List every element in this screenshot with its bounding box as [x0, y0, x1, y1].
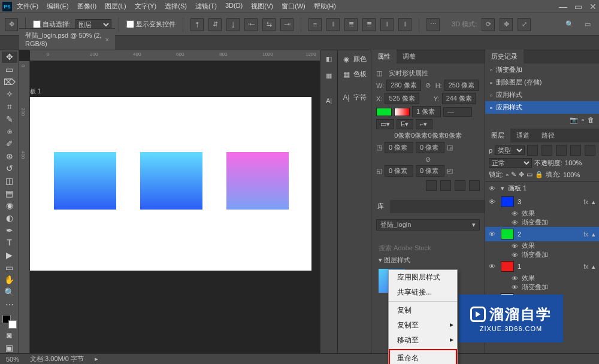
- document-tab[interactable]: 登陆_login.psd @ 50% (2, RGB/8) ×: [19, 28, 115, 50]
- align-top-icon[interactable]: ⭱: [190, 18, 204, 31]
- lock-pos-icon[interactable]: ✥: [519, 171, 524, 178]
- layer-row[interactable]: 👁 2 fx▴: [485, 227, 599, 241]
- crop-tool[interactable]: ⌗: [2, 101, 17, 113]
- lock-artboard-icon[interactable]: ▭: [527, 171, 533, 178]
- history-item[interactable]: ▫应用样式: [485, 101, 599, 114]
- fx-expand-icon[interactable]: ▴: [592, 263, 595, 271]
- workspace-icon[interactable]: ▭: [581, 18, 594, 31]
- panel-swatches[interactable]: ▦色板: [338, 66, 371, 81]
- visibility-icon[interactable]: 👁: [512, 251, 518, 259]
- history-delete-icon[interactable]: 🗑: [588, 116, 594, 124]
- search-icon[interactable]: 🔍: [563, 18, 576, 31]
- x-input[interactable]: 525 像素: [385, 93, 419, 104]
- window-maximize-button[interactable]: ▭: [574, 2, 582, 11]
- collapsed-panel-icon[interactable]: A|: [323, 95, 335, 107]
- fx-expand-icon[interactable]: ▴: [592, 230, 595, 238]
- panel-character[interactable]: A|字符: [338, 90, 371, 105]
- menu-view[interactable]: 视图(V): [251, 2, 273, 11]
- history-item[interactable]: ▫渐变叠加: [485, 63, 599, 76]
- 3d-orbit-icon[interactable]: ⟳: [482, 18, 495, 31]
- type-tool[interactable]: T: [2, 237, 17, 248]
- fx-row[interactable]: 👁效果: [485, 274, 599, 283]
- shape-2[interactable]: [140, 152, 202, 210]
- eyedropper-tool[interactable]: ✎: [2, 113, 17, 125]
- filter-adj-icon[interactable]: [541, 145, 552, 156]
- distribute-v-icon[interactable]: ⦀: [326, 18, 340, 31]
- fx-item-row[interactable]: 👁渐变叠加: [485, 283, 599, 292]
- collapsed-panel-icon[interactable]: ▦: [323, 69, 335, 81]
- filter-smart-icon[interactable]: [585, 145, 595, 156]
- layer-thumb[interactable]: [501, 229, 514, 239]
- path-op-icon[interactable]: [469, 180, 480, 191]
- lasso-tool[interactable]: ⌦: [2, 76, 17, 87]
- healing-tool[interactable]: ⍟: [2, 126, 17, 137]
- filter-shape-icon[interactable]: [570, 145, 581, 156]
- layer-filter-select[interactable]: 类型: [495, 145, 525, 155]
- stroke-cap-select[interactable]: E▾: [397, 119, 413, 129]
- fx-item-row[interactable]: 👁渐变叠加: [485, 250, 599, 259]
- zoom-level[interactable]: 50%: [6, 356, 19, 363]
- more-options-icon[interactable]: ⋯: [426, 18, 440, 31]
- fx-expand-icon[interactable]: ▴: [592, 198, 595, 206]
- expand-icon[interactable]: ▾: [501, 184, 504, 192]
- corner-br-input[interactable]: 0 像素: [416, 165, 444, 177]
- y-input[interactable]: 244 像素: [442, 93, 476, 104]
- hand-tool[interactable]: ✋: [2, 274, 17, 286]
- menu-edit[interactable]: 编辑(E): [47, 2, 69, 11]
- lock-trans-icon[interactable]: ▫: [506, 171, 509, 178]
- menu-3d[interactable]: 3D(D): [225, 2, 243, 11]
- shape-3[interactable]: [226, 152, 289, 210]
- visibility-icon[interactable]: 👁: [489, 185, 497, 192]
- 3d-scale-icon[interactable]: ⤢: [518, 18, 531, 31]
- lock-all-icon[interactable]: 🔒: [535, 171, 543, 178]
- visibility-icon[interactable]: 👁: [512, 210, 518, 217]
- opacity-input[interactable]: 100%: [565, 159, 585, 166]
- blur-tool[interactable]: ◉: [2, 200, 17, 211]
- lib-section-header[interactable]: ▾ 图层样式: [376, 254, 480, 266]
- screen-mode-tool[interactable]: ▣: [2, 342, 17, 353]
- visibility-icon[interactable]: 👁: [512, 219, 518, 226]
- artboard-row[interactable]: 👁 ▾ 画板 1: [485, 182, 599, 195]
- corner-tr-input[interactable]: 0 像素: [416, 142, 444, 153]
- history-snapshot-icon[interactable]: 📷: [570, 116, 578, 124]
- magic-wand-tool[interactable]: ✧: [2, 89, 17, 100]
- fill-input[interactable]: 100%: [563, 171, 583, 178]
- clone-tool[interactable]: ⊛: [2, 150, 17, 162]
- auto-select-checkbox[interactable]: 自动选择:: [33, 20, 71, 29]
- edit-toolbar[interactable]: ⋯: [2, 299, 17, 310]
- stroke-color-chip[interactable]: [394, 108, 410, 116]
- link-wh-icon[interactable]: ⊘: [423, 81, 433, 90]
- color-swatches[interactable]: [2, 315, 17, 328]
- blend-mode-select[interactable]: 正常: [489, 158, 532, 168]
- library-select[interactable]: 登陆_login▾: [376, 219, 480, 230]
- panel-color[interactable]: ◉颜色: [338, 51, 371, 66]
- rectangle-tool[interactable]: ▭: [2, 262, 17, 273]
- tab-libraries[interactable]: 库: [371, 199, 390, 213]
- height-input[interactable]: 250 像素: [444, 80, 479, 91]
- fx-item-row[interactable]: 👁渐变叠加: [485, 218, 599, 227]
- menu-file[interactable]: 文件(F): [17, 2, 38, 11]
- ctx-move-to[interactable]: 移动至▸: [389, 333, 457, 348]
- history-brush-tool[interactable]: ↺: [2, 163, 17, 174]
- stroke-style-select[interactable]: —: [443, 107, 472, 117]
- visibility-icon[interactable]: 👁: [489, 230, 497, 238]
- tab-properties[interactable]: 属性: [371, 50, 397, 63]
- quick-mask-tool[interactable]: ◙: [2, 330, 17, 341]
- history-item[interactable]: ▫应用样式: [485, 89, 599, 101]
- move-tool-icon[interactable]: ✥: [5, 18, 18, 31]
- layer-name[interactable]: 3: [518, 198, 580, 205]
- path-op-icon[interactable]: [440, 180, 451, 191]
- dodge-tool[interactable]: ◐: [2, 213, 17, 224]
- history-new-icon[interactable]: ▫: [582, 116, 584, 124]
- menu-image[interactable]: 图像(I): [77, 2, 96, 11]
- visibility-icon[interactable]: 👁: [489, 263, 497, 270]
- ctx-apply-style[interactable]: 应用图层样式: [389, 270, 457, 285]
- menu-select[interactable]: 选择(S): [165, 2, 187, 11]
- corner-tl-input[interactable]: 0 像素: [385, 142, 413, 153]
- doc-size[interactable]: 文档:3.00M/0 字节: [30, 354, 84, 363]
- distribute-h-icon[interactable]: ≡: [308, 18, 322, 31]
- menu-layer[interactable]: 图层(L): [105, 2, 126, 11]
- fx-badge[interactable]: fx: [583, 199, 588, 205]
- collapsed-panel-icon[interactable]: ◧: [323, 53, 335, 65]
- fx-row[interactable]: 👁效果: [485, 241, 599, 250]
